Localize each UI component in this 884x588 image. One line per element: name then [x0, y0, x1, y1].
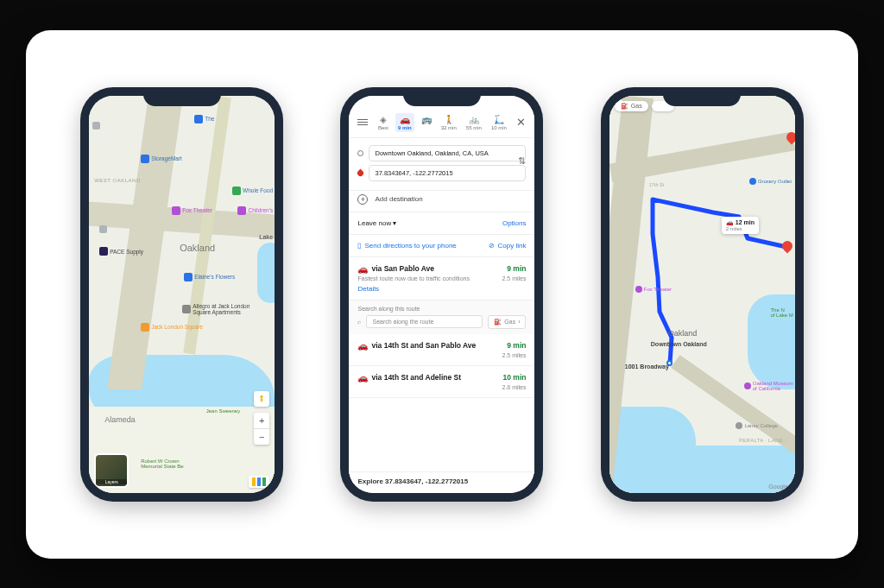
map-canvas-route[interactable]: ⛽ Gas 🚗 12 min 2 miles Oakl — [609, 96, 795, 493]
route-option-1[interactable]: 🚗 via San Pablo Ave 9 min Fastest route … — [349, 257, 534, 300]
options-button[interactable]: Options — [502, 219, 527, 227]
pin-label: StorageMart — [151, 155, 182, 161]
pin-the-hive[interactable]: The — [194, 115, 214, 123]
origin-row: Downtown Oakland, Oakland, CA, USA — [357, 145, 526, 161]
mode-label: Best — [378, 125, 388, 130]
poi-lake-merritt: The N of Lake M — [770, 307, 792, 318]
pin-pace[interactable] — [99, 247, 108, 256]
category-chips: ⛽ Gas — [615, 101, 674, 111]
grocery-icon — [232, 187, 241, 195]
mode-cycling[interactable]: 🚲 55 min — [464, 113, 484, 132]
car-icon: 🚗 — [726, 219, 734, 225]
origin-input[interactable]: Downtown Oakland, Oakland, CA, USA — [369, 145, 526, 161]
route-note: Fastest route now due to traffic conditi… — [357, 275, 469, 281]
pin-pace-label: PACE Supply — [110, 249, 143, 255]
pin-whole-foods[interactable]: Whole Food — [232, 187, 273, 195]
city-label: Oakland — [180, 243, 215, 253]
walk-icon: 🚶 — [444, 115, 454, 124]
zoom-out-button[interactable]: − — [254, 429, 269, 445]
poi-fox-theater[interactable]: Fox Theater — [635, 286, 672, 293]
route-option-2[interactable]: 🚗 via 14th St and San Pablo Ave 9 min 2.… — [349, 334, 534, 366]
close-button[interactable]: ✕ — [516, 116, 526, 129]
map-attribution: Google — [768, 484, 788, 490]
apartment-icon — [182, 305, 191, 313]
city-label: Oakland — [668, 329, 698, 338]
shop-icon — [194, 115, 203, 123]
nbhd-peralta: PERALTA · LANE... — [739, 438, 788, 443]
mode-driving[interactable]: 🚗 9 min — [395, 113, 414, 132]
chevron-right-icon: › — [518, 319, 520, 325]
leave-now-button[interactable]: Leave now ▾ — [357, 219, 396, 227]
poi-laney[interactable]: Laney College — [736, 422, 777, 429]
theater-icon — [635, 286, 642, 293]
route-via: via San Pablo Ave — [371, 264, 434, 273]
add-destination-label: Add destination — [375, 195, 422, 203]
poi-oakland-museum[interactable]: Oakland Museum of California — [744, 381, 793, 391]
downtown-label: Downtown Oakland — [651, 341, 707, 347]
explore-footer[interactable]: Explore 37.8343647, -122.2772015 — [349, 471, 534, 490]
mode-best[interactable]: ◈ Best — [376, 113, 391, 132]
zoom-control: + − — [254, 413, 269, 445]
mode-scooter[interactable]: 🛴 10 min — [489, 113, 509, 132]
map-scale — [249, 476, 269, 488]
layers-button[interactable]: Layers — [94, 453, 129, 488]
phone-notch — [663, 87, 741, 106]
waypoints-block: Downtown Oakland, Oakland, CA, USA 37.83… — [349, 138, 534, 191]
streetview-button[interactable] — [254, 391, 269, 407]
phone-screen-1: Lake The StorageMart Whole Food Fox Thea… — [89, 96, 275, 493]
pin-allegro[interactable]: Allegro at Jack London Square Apartments — [182, 303, 249, 315]
map-canvas[interactable]: Lake The StorageMart Whole Food Fox Thea… — [89, 96, 275, 493]
search-along-input[interactable]: Search along the route — [366, 315, 483, 328]
phone-notch — [143, 87, 221, 106]
poi-icon — [141, 323, 149, 332]
svg-rect-1 — [261, 398, 263, 401]
menu-button[interactable] — [357, 119, 368, 125]
destination-input[interactable]: 37.8343647, -122.2772015 — [369, 165, 526, 181]
park-sweeney: Jean Sweeney — [206, 408, 240, 414]
car-icon: 🚗 — [357, 264, 368, 274]
phone-frame-3: ⛽ Gas 🚗 12 min 2 miles Oakl — [601, 87, 804, 502]
mode-label: 55 min — [466, 125, 482, 130]
marker-grey-2[interactable] — [99, 225, 107, 233]
pin-fox-theater[interactable]: Fox Theater — [172, 206, 212, 215]
phone-frame-2: ◈ Best 🚗 9 min 🚌 🚶 3 — [340, 87, 543, 502]
send-to-phone-button[interactable]: ▯ Send directions to your phone — [357, 242, 456, 250]
poi-label: Grocery Outlet — [758, 179, 792, 184]
pin-label: Jack London Square — [151, 324, 203, 330]
college-icon — [736, 422, 742, 429]
mode-walking[interactable]: 🚶 32 min — [439, 113, 459, 132]
pin-storagemart[interactable]: StorageMart — [141, 155, 182, 163]
pin-childrens[interactable]: Children's — [237, 206, 273, 215]
copy-link-button[interactable]: ⊘ Copy link — [489, 242, 527, 250]
search-along-label: Search along this route — [357, 306, 420, 312]
gas-chip[interactable]: ⛽ Gas — [615, 101, 648, 111]
poi-grocery-outlet[interactable]: Grocery Outlet — [749, 178, 792, 185]
zoom-in-button[interactable]: + — [254, 413, 269, 428]
showcase-card: Lake The StorageMart Whole Food Fox Thea… — [26, 30, 858, 559]
phone-screen-2: ◈ Best 🚗 9 min 🚌 🚶 3 — [349, 96, 534, 493]
route-time-chip[interactable]: 🚗 12 min 2 miles — [722, 217, 759, 234]
gas-label: Gas — [504, 319, 515, 325]
depart-options-row: Leave now ▾ Options — [349, 212, 534, 235]
water-lake — [257, 243, 275, 303]
route-details-button[interactable]: Details — [357, 285, 526, 293]
travel-mode-tabs: ◈ Best 🚗 9 min 🚌 🚶 3 — [373, 113, 511, 132]
museum-icon — [744, 383, 751, 389]
pin-jack-london[interactable]: Jack London Square — [141, 323, 203, 332]
gas-chip[interactable]: ⛽ Gas › — [488, 315, 526, 329]
pin-label: The — [205, 116, 214, 122]
pin-label: Elaine's Flowers — [194, 274, 235, 280]
search-icon: ⌕ — [357, 319, 361, 325]
add-destination-button[interactable]: + Add destination — [349, 191, 534, 212]
street-17th: 17th St — [649, 182, 664, 187]
plus-icon: + — [357, 194, 368, 205]
pin-label: Allegro at Jack London Square Apartments — [193, 303, 249, 315]
gas-icon: ⛽ — [621, 103, 628, 110]
search-along-section: Search along this route ⌕ Search along t… — [349, 300, 534, 334]
swap-button[interactable]: ⇅ — [518, 155, 526, 167]
marker-grey-1[interactable] — [92, 122, 100, 130]
mode-transit[interactable]: 🚌 — [419, 113, 434, 132]
route-option-3[interactable]: 🚗 via 14th St and Adeline St 10 min 2.8 … — [349, 366, 534, 398]
pin-elaines[interactable]: Elaine's Flowers — [184, 273, 235, 281]
share-row: ▯ Send directions to your phone ⊘ Copy l… — [349, 235, 534, 257]
